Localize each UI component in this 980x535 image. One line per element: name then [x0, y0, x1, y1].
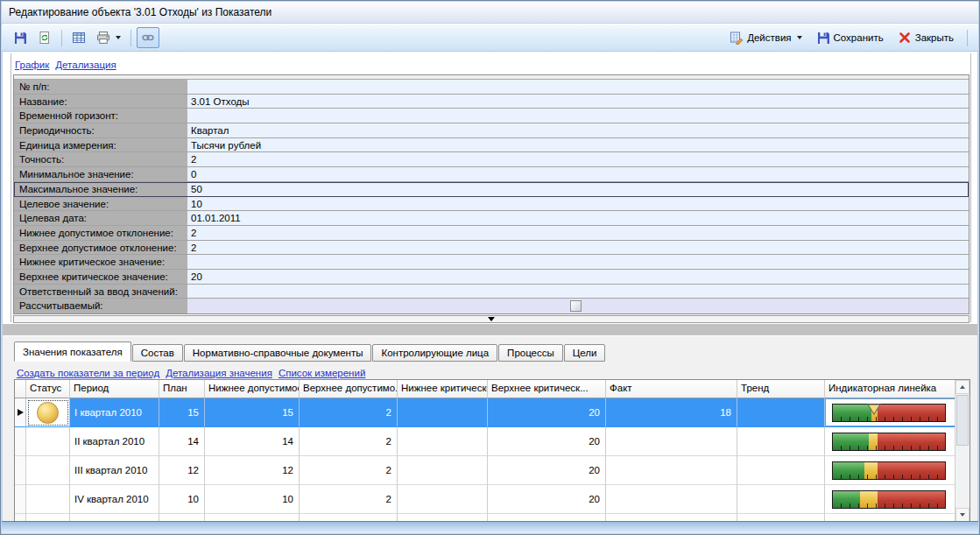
status-cell: [26, 427, 70, 456]
collapse-splitter[interactable]: [13, 315, 969, 323]
column-header[interactable]: Статус: [26, 380, 70, 398]
tab-3[interactable]: Нормативно-справочные документы: [184, 344, 372, 362]
tab-1[interactable]: Значения показателя: [14, 341, 131, 362]
current-row-arrow-icon: [18, 409, 24, 416]
field-value[interactable]: 50: [187, 182, 969, 196]
cell-upper_critical: 20: [488, 427, 606, 456]
panel-gap: [3, 324, 977, 335]
table-row[interactable]: IV квартал 20101010220: [15, 485, 969, 514]
cell-lower_allowed: 12: [205, 456, 300, 485]
scroll-down-button[interactable]: [955, 508, 969, 522]
bar-tick-marks: [833, 475, 945, 479]
scrollbar-thumb[interactable]: [956, 395, 969, 446]
field-label: Целевая дата:: [14, 211, 187, 225]
actions-label: Действия: [747, 32, 791, 43]
field-label: № п/п:: [14, 80, 187, 94]
field-value[interactable]: 20: [187, 270, 969, 284]
tab-4[interactable]: Контролирующие лица: [372, 344, 497, 362]
close-button[interactable]: Закрыть: [893, 27, 958, 48]
field-value[interactable]: Квартал: [187, 123, 969, 137]
form-row: Целевое значение:10: [14, 197, 969, 212]
field-label: Точность:: [14, 152, 187, 166]
toolbar-separator: [61, 30, 62, 46]
table-row[interactable]: I квартал 2010151522018: [15, 398, 969, 427]
fact-marker-icon: [867, 404, 881, 417]
column-header[interactable]: Тренд: [737, 380, 825, 398]
field-value[interactable]: 0: [187, 167, 969, 181]
cell-upper_allowed: 2: [300, 456, 398, 485]
field-value[interactable]: 01.01.2011: [187, 211, 969, 225]
save-button-labeled[interactable]: Сохранить: [812, 27, 888, 48]
column-header[interactable]: Факт: [606, 380, 737, 398]
column-header[interactable]: Верхнее допустимо...: [300, 380, 398, 398]
cell-fact: 18: [606, 398, 737, 427]
link-button[interactable]: [137, 27, 159, 48]
grid-link-3[interactable]: Список измерений: [278, 368, 365, 378]
actions-button[interactable]: Действия: [725, 27, 806, 48]
link-detail[interactable]: Детализация: [55, 60, 116, 70]
printer-icon: [96, 31, 110, 45]
form-row: № п/п:: [14, 80, 969, 95]
print-button[interactable]: [92, 27, 125, 48]
cell-trend: [737, 485, 825, 514]
field-value[interactable]: 2: [187, 241, 969, 255]
table-row[interactable]: II квартал 20101414220: [15, 427, 969, 456]
table-row[interactable]: III квартал 20101212220: [15, 456, 969, 485]
toolbar: Действия Сохранить Закрыть: [2, 25, 978, 52]
field-label: Минимальное значение:: [14, 167, 187, 181]
field-value[interactable]: [187, 285, 969, 299]
cell-trend: [737, 398, 825, 427]
field-value[interactable]: Тысячи рублей: [187, 138, 969, 152]
status-cell: [26, 485, 70, 514]
indicator-cell: [825, 456, 969, 485]
cell-trend: [737, 456, 825, 485]
status-cell: [26, 456, 70, 485]
save-label: Сохранить: [834, 32, 884, 43]
field-value[interactable]: 2: [187, 152, 969, 166]
field-label: Периодичность:: [14, 123, 187, 137]
form-row: Ответственный за ввод значений:: [14, 285, 969, 299]
column-header[interactable]: Период: [70, 380, 159, 398]
cell-upper_allowed: 2: [300, 485, 398, 514]
field-value[interactable]: [187, 80, 969, 94]
field-value[interactable]: [187, 255, 969, 269]
field-label: Верхнее допустимое отклонение:: [14, 241, 187, 255]
scroll-up-button[interactable]: [955, 380, 969, 394]
cell-fact: [606, 427, 737, 456]
cell-fact: [606, 485, 737, 514]
grid-button[interactable]: [67, 27, 90, 48]
tab-panel: Значения показателяСоставНормативно-спра…: [3, 335, 977, 523]
link-graph[interactable]: График: [15, 60, 49, 70]
actions-grid-pencil-icon: [730, 31, 744, 45]
cell-plan: 15: [159, 398, 205, 427]
save-icon: [13, 31, 27, 45]
column-header[interactable]: Индикаторная линейка: [825, 380, 969, 398]
cell-plan: 10: [159, 485, 205, 514]
grid-link-1[interactable]: Создать показатели за период: [17, 368, 159, 378]
column-header[interactable]: Нижнее допустимое...: [205, 380, 300, 398]
cell-upper_critical: 20: [488, 456, 606, 485]
tab-5[interactable]: Процессы: [498, 344, 563, 362]
cell-lower_allowed: 10: [205, 485, 300, 514]
refresh-button[interactable]: [33, 27, 56, 48]
vertical-scrollbar[interactable]: [955, 380, 969, 522]
period-cell: I квартал 2010: [70, 398, 159, 427]
field-value[interactable]: 3.01 Отходы: [187, 95, 969, 109]
column-header[interactable]: Нижнее критическо...: [398, 380, 488, 398]
indicator-cell: [825, 398, 969, 427]
column-header[interactable]: План: [159, 380, 205, 398]
field-value[interactable]: 10: [187, 197, 969, 211]
dropdown-caret-icon: [797, 36, 802, 39]
grid-link-2[interactable]: Детализация значения: [166, 368, 272, 378]
field-value[interactable]: 2: [187, 226, 969, 240]
field-value[interactable]: [187, 299, 969, 313]
column-header[interactable]: Верхнее критическ...: [488, 380, 606, 398]
tab-6[interactable]: Цели: [564, 344, 606, 362]
field-value[interactable]: [187, 109, 969, 123]
link-icon: [141, 31, 155, 45]
cell-upper_critical: 20: [488, 485, 606, 514]
tab-2[interactable]: Состав: [132, 344, 183, 362]
calculated-checkbox[interactable]: [570, 300, 582, 312]
save-button[interactable]: [9, 27, 32, 48]
form-row: Нижнее критическое значение:: [14, 255, 969, 270]
